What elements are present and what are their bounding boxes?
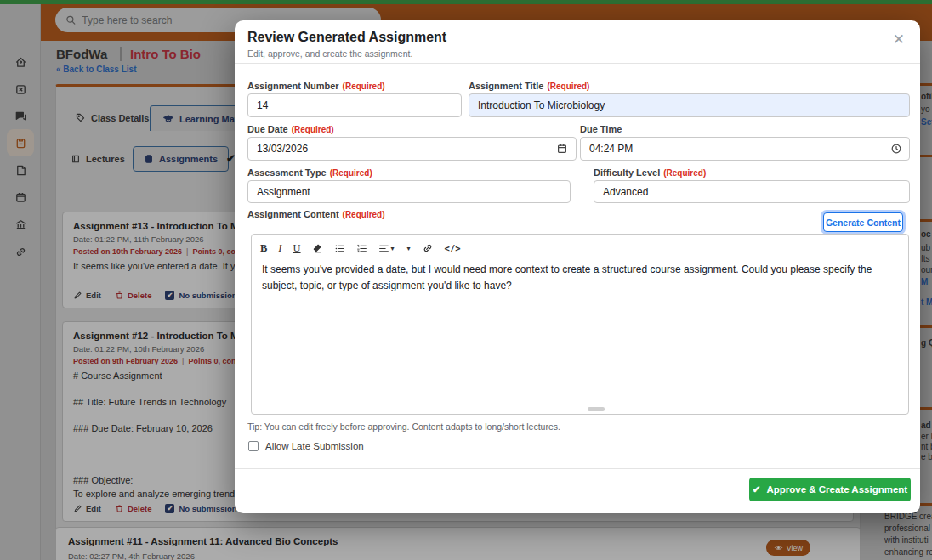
color-caret-icon[interactable]: ▾ [406, 245, 411, 252]
generate-content-button[interactable]: Generate Content [823, 212, 903, 232]
editor-tip: Tip: You can edit freely before approvin… [247, 421, 560, 432]
app-root: BFodWa Intro To Bio « Back to Class List… [0, 0, 932, 560]
assignment-content-label: Assignment Content(Required) [247, 209, 385, 219]
modal-header: Review Generated Assignment Edit, approv… [235, 20, 920, 64]
review-assignment-modal: Review Generated Assignment Edit, approv… [235, 20, 920, 513]
code-icon[interactable]: </> [445, 243, 461, 253]
close-icon[interactable]: ✕ [893, 32, 905, 47]
editor-scrollbar-thumb[interactable] [588, 407, 605, 411]
due-date-label: Due Date(Required) [247, 124, 334, 134]
content-editor[interactable]: B I U ▾ ▾ </> [251, 234, 909, 415]
unordered-list-icon[interactable] [334, 243, 345, 254]
eraser-icon[interactable] [312, 243, 323, 254]
difficulty-level-input[interactable] [594, 180, 910, 203]
assignment-number-label: Assignment Number(Required) [247, 81, 385, 91]
calendar-picker-icon[interactable] [556, 143, 568, 155]
align-icon[interactable]: ▾ [378, 243, 395, 254]
difficulty-level-label: Difficulty Level(Required) [594, 167, 706, 178]
allow-late-checkbox[interactable]: Allow Late Submission [248, 441, 364, 451]
modal-title: Review Generated Assignment [247, 30, 446, 45]
link-icon[interactable] [422, 242, 434, 254]
due-time-label: Due Time [580, 124, 622, 134]
check-icon: ✔ [753, 484, 761, 495]
bold-icon[interactable]: B [260, 242, 267, 255]
unchecked-checkbox-icon [248, 441, 259, 451]
italic-icon[interactable]: I [278, 242, 281, 255]
ordered-list-icon[interactable] [356, 243, 367, 254]
approve-create-button[interactable]: ✔ Approve & Create Assignment [749, 478, 911, 501]
editor-content[interactable]: It seems you've provided a date, but I w… [262, 262, 900, 294]
modal-subtitle: Edit, approve, and create the assignment… [247, 48, 412, 59]
assignment-number-input[interactable] [247, 93, 462, 117]
assessment-type-label: Assessment Type(Required) [247, 167, 372, 178]
modal-footer-divider [235, 468, 920, 469]
assessment-type-input[interactable] [247, 180, 571, 203]
editor-toolbar: B I U ▾ ▾ </> [260, 239, 461, 257]
underline-icon[interactable]: U [293, 242, 301, 255]
due-time-input[interactable] [580, 137, 910, 161]
assignment-title-input[interactable] [469, 93, 910, 117]
clock-icon[interactable] [890, 143, 902, 155]
due-date-input[interactable] [247, 137, 577, 161]
assignment-title-label: Assignment Title(Required) [469, 81, 589, 91]
